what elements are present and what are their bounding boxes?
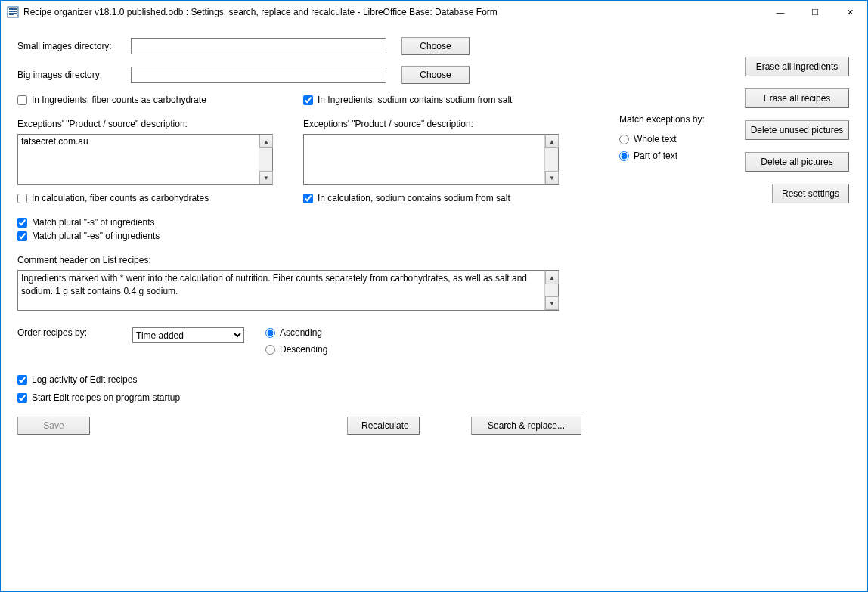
recalculate-button[interactable]: Recalculate [347,417,420,435]
scroll-down-icon[interactable]: ▼ [545,171,559,184]
match-plural-s-checkbox[interactable] [17,218,27,228]
maximize-button[interactable]: ☐ [798,1,832,23]
erase-recipes-button[interactable]: Erase all recipes [745,88,849,108]
window-title: Recipe organizer v18.1.0 published.odb :… [23,7,763,17]
order-by-label: Order recipes by: [17,327,111,338]
sodium-salt-label: In Ingredients, sodium contains sodium f… [318,95,512,105]
exceptions-textarea-2[interactable] [304,135,544,184]
descending-label: Descending [280,344,327,355]
calc-fiber-checkbox[interactable] [17,194,27,203]
scroll-up-icon[interactable]: ▲ [545,271,559,284]
match-plural-es-label: Match plural "-es" of ingredients [32,231,160,241]
calc-sodium-label: In calculation, sodium contains sodium f… [318,193,510,203]
scrollbar[interactable]: ▲ ▼ [259,135,272,184]
reset-settings-button[interactable]: Reset settings [772,184,849,203]
choose-big-dir-button[interactable]: Choose [401,66,470,84]
small-images-dir-label: Small images directory: [17,41,131,51]
scrollbar[interactable]: ▲ ▼ [544,271,558,310]
ascending-radio[interactable] [265,328,275,338]
log-activity-label: Log activity of Edit recipes [32,374,137,385]
whole-text-radio[interactable] [619,135,629,144]
svg-rect-4 [9,14,14,15]
log-activity-checkbox[interactable] [17,375,27,385]
start-edit-checkbox[interactable] [17,393,27,403]
app-icon [7,6,19,18]
scroll-down-icon[interactable]: ▼ [545,296,559,310]
scroll-down-icon[interactable]: ▼ [259,171,273,184]
svg-rect-1 [9,8,17,10]
exceptions-textarea-1[interactable]: fatsecret.com.au [18,135,259,184]
big-images-dir-label: Big images directory: [17,70,131,80]
delete-unused-pictures-button[interactable]: Delete unused pictures [745,120,849,140]
comment-header-label: Comment header on List recipes: [17,255,851,265]
fiber-carb-label: In Ingredients, fiber counts as carbohyd… [32,95,206,105]
whole-text-label: Whole text [634,134,677,144]
descending-radio[interactable] [265,345,275,355]
scroll-up-icon[interactable]: ▲ [259,135,273,148]
minimize-button[interactable]: — [763,1,798,23]
erase-ingredients-button[interactable]: Erase all ingredients [745,57,849,76]
start-edit-label: Start Edit recipes on program startup [32,392,180,403]
big-images-dir-input[interactable] [131,67,386,83]
match-exceptions-label: Match exceptions by: [619,114,705,125]
delete-all-pictures-button[interactable]: Delete all pictures [745,152,849,172]
svg-rect-3 [9,13,17,14]
scrollbar[interactable]: ▲ ▼ [544,135,558,184]
scroll-up-icon[interactable]: ▲ [545,135,559,148]
fiber-carb-checkbox[interactable] [17,95,27,105]
part-text-label: Part of text [634,150,677,161]
small-images-dir-input[interactable] [131,38,386,54]
match-plural-s-label: Match plural "-s" of ingredients [32,217,155,228]
sodium-salt-checkbox[interactable] [303,95,313,105]
search-replace-button[interactable]: Search & replace... [471,417,581,435]
exceptions-desc-label-1: Exceptions' "Product / source" descripti… [17,119,288,129]
match-plural-es-checkbox[interactable] [17,231,27,241]
order-by-select[interactable]: Time added [132,327,244,343]
svg-rect-2 [9,11,17,12]
exceptions-desc-label-2: Exceptions' "Product / source" descripti… [303,119,574,129]
close-button[interactable]: ✕ [832,1,867,23]
titlebar: Recipe organizer v18.1.0 published.odb :… [1,1,867,23]
calc-sodium-checkbox[interactable] [303,194,313,203]
save-button[interactable]: Save [17,417,90,435]
part-text-radio[interactable] [619,151,629,161]
calc-fiber-label: In calculation, fiber counts as carbohyd… [32,193,209,203]
choose-small-dir-button[interactable]: Choose [401,37,470,55]
comment-header-textarea[interactable]: Ingredients marked with * went into the … [18,271,544,310]
ascending-label: Ascending [280,327,322,338]
